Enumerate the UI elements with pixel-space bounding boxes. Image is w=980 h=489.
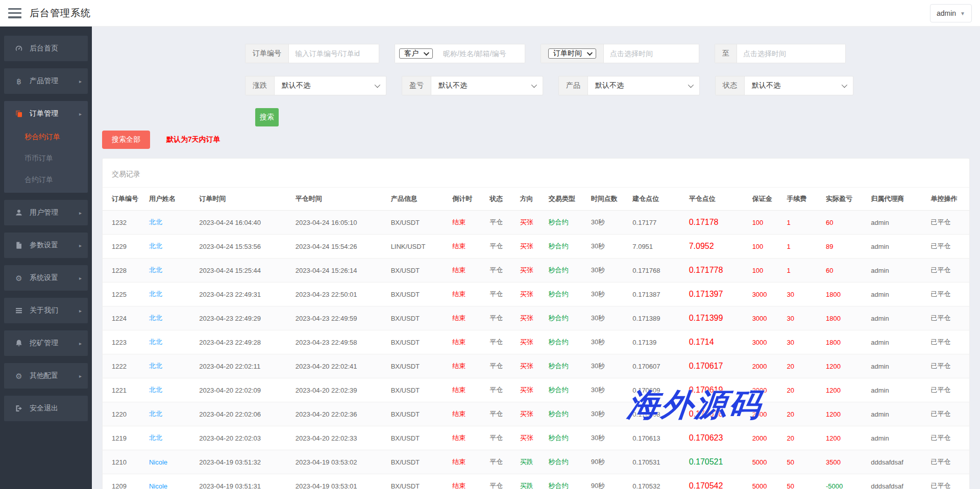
column-header-8: 交易类型 [546, 188, 588, 211]
sidebar-item-system[interactable]: ⚙系统设置▸ [4, 265, 88, 291]
customer-input[interactable] [437, 44, 525, 63]
action-row: 搜索全部 默认为7天内订单 [102, 131, 970, 149]
cell-profit: 1200 [823, 354, 868, 378]
user-dropdown[interactable]: admin ▼ [930, 4, 972, 22]
column-header-16: 单控操作 [927, 188, 969, 211]
status-select[interactable]: 默认不选 [745, 76, 853, 95]
cell-fee: 1 [784, 235, 823, 259]
cell-product: BX/USDT [388, 330, 450, 354]
cell-product: BX/USDT [388, 211, 450, 235]
cell-close_point: 0.1714 [686, 330, 749, 354]
cell-direction: 买张 [517, 330, 546, 354]
chevron-right-icon: ▸ [79, 275, 82, 281]
chevron-down-icon [842, 82, 847, 88]
order-number-filter: 订单编号 [245, 44, 379, 63]
cell-user[interactable]: 北北 [146, 306, 196, 330]
cell-margin: 2000 [749, 378, 784, 402]
search-all-button[interactable]: 搜索全部 [102, 131, 150, 149]
cell-open_time: 2023-04-19 03:51:31 [196, 474, 292, 489]
sidebar-subitem-coin-orders[interactable]: 币币订单 [4, 148, 88, 169]
cell-fee: 20 [784, 402, 823, 426]
cell-agent: admin [868, 306, 927, 330]
hamburger-menu-icon[interactable] [8, 8, 21, 18]
cell-id: 1232 [103, 211, 146, 235]
cell-user[interactable]: 北北 [146, 378, 196, 402]
column-header-2: 订单时间 [196, 188, 292, 211]
product-select[interactable]: 默认不选 [588, 76, 699, 95]
cell-user[interactable]: 北北 [146, 426, 196, 450]
sidebar-item-about[interactable]: 关于我们▸ [4, 298, 88, 323]
list-icon [13, 306, 24, 315]
main-content: 订单编号 客户 订单时间 [92, 27, 980, 489]
cell-close_time: 2023-04-20 22:02:33 [292, 426, 388, 450]
sidebar-item-mining[interactable]: 挖矿管理▸ [4, 330, 88, 356]
sidebar-block-other: ⚙其他配置▸ [4, 363, 88, 389]
sidebar-item-product[interactable]: ฿产品管理▸ [4, 68, 88, 94]
updown-select[interactable]: 默认不选 [275, 76, 386, 95]
cell-fee: 20 [784, 426, 823, 450]
cell-user[interactable]: 北北 [146, 235, 196, 259]
time-type-select[interactable]: 订单时间 [548, 48, 596, 59]
sidebar-item-other[interactable]: ⚙其他配置▸ [4, 363, 88, 389]
cell-close_time: 2023-04-19 03:53:02 [292, 450, 388, 474]
sidebar-item-params[interactable]: 参数设置▸ [4, 233, 88, 258]
sidebar-item-home[interactable]: 后台首页 [4, 36, 88, 61]
cell-user[interactable]: 北北 [146, 402, 196, 426]
cell-control: 已平仓 [927, 306, 969, 330]
cell-trade_type: 秒合约 [546, 378, 588, 402]
cell-control: 已平仓 [927, 354, 969, 378]
sidebar-item-user[interactable]: 用户管理▸ [4, 200, 88, 225]
cell-fee: 1 [784, 259, 823, 282]
sidebar-item-logout[interactable]: 安全退出 [4, 396, 88, 421]
search-button[interactable]: 搜索 [255, 108, 279, 126]
cell-agent: admin [868, 282, 927, 306]
cell-status: 平仓 [486, 450, 517, 474]
cell-product: LINK/USDT [388, 235, 450, 259]
cell-fee: 30 [784, 282, 823, 306]
cell-duration: 30秒 [588, 235, 630, 259]
cell-close_time: 2023-04-19 03:53:01 [292, 474, 388, 489]
start-time-input[interactable] [604, 44, 699, 63]
cell-margin: 100 [749, 211, 784, 235]
cell-margin: 3000 [749, 306, 784, 330]
cell-close_point: 0.170619 [686, 378, 749, 402]
cell-user[interactable]: 北北 [146, 330, 196, 354]
file-icon [13, 241, 24, 249]
cell-status: 平仓 [486, 211, 517, 235]
cell-user[interactable]: Nicole [146, 474, 196, 489]
cell-user[interactable]: Nicole [146, 450, 196, 474]
cell-open_time: 2023-04-19 03:51:32 [196, 450, 292, 474]
table-row: 1210Nicole2023-04-19 03:51:322023-04-19 … [103, 450, 969, 474]
profit-select[interactable]: 默认不选 [431, 76, 543, 95]
cell-countdown: 结束 [449, 282, 486, 306]
cell-user[interactable]: 北北 [146, 282, 196, 306]
cell-user[interactable]: 北北 [146, 211, 196, 235]
cell-open_point: 7.0951 [629, 235, 685, 259]
cell-agent: dddsafdsaf [868, 474, 927, 489]
cell-product: BX/USDT [388, 474, 450, 489]
cell-id: 1222 [103, 354, 146, 378]
sidebar-item-order[interactable]: 订单管理▸ [4, 101, 88, 126]
customer-type-select[interactable]: 客户 [399, 48, 433, 59]
cell-user[interactable]: 北北 [146, 259, 196, 282]
cell-user[interactable]: 北北 [146, 354, 196, 378]
cell-id: 1224 [103, 306, 146, 330]
cell-countdown: 结束 [449, 235, 486, 259]
table-row: 1222北北2023-04-20 22:02:112023-04-20 22:0… [103, 354, 969, 378]
table-row: 1221北北2023-04-20 22:02:092023-04-20 22:0… [103, 378, 969, 402]
bell-icon [13, 339, 24, 347]
cell-open_point: 0.17139 [629, 330, 685, 354]
cell-duration: 30秒 [588, 282, 630, 306]
chevron-down-icon [688, 82, 694, 88]
to-label: 至 [715, 44, 737, 63]
order-number-input[interactable] [289, 44, 379, 63]
column-header-9: 时间点数 [588, 188, 630, 211]
cell-agent: admin [868, 354, 927, 378]
sidebar-subitem-seconds-contract-orders[interactable]: 秒合约订单 [4, 126, 88, 148]
cell-margin: 2000 [749, 426, 784, 450]
end-time-input[interactable] [737, 44, 845, 63]
sidebar-subitem-contract-orders[interactable]: 合约订单 [4, 169, 88, 191]
cell-margin: 100 [749, 259, 784, 282]
cell-status: 平仓 [486, 330, 517, 354]
cell-duration: 30秒 [588, 354, 630, 378]
